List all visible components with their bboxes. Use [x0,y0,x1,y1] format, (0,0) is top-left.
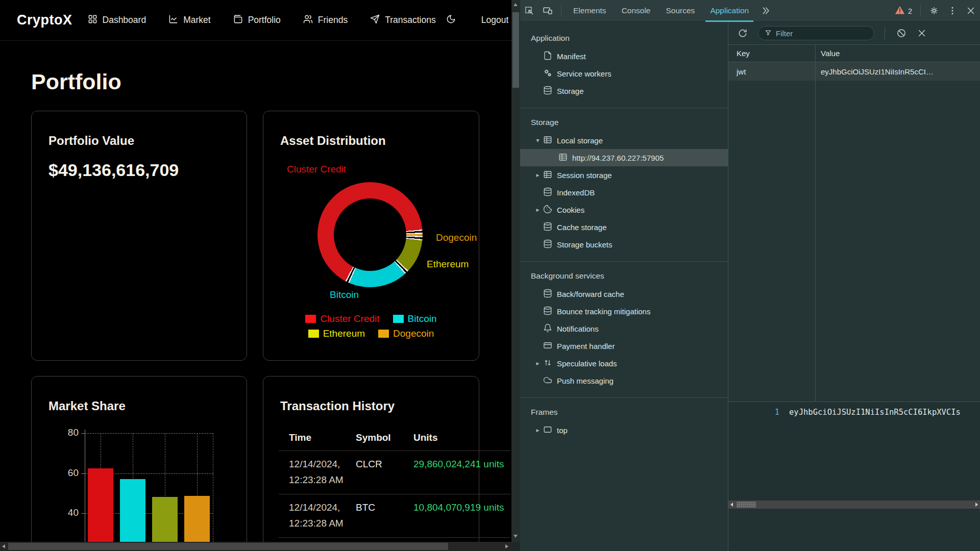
sidebar-item-push-messaging[interactable]: ▸Push messaging [520,372,728,389]
theme-toggle-button[interactable] [446,14,456,26]
sidebar-section-application: Application▸Manifest▸Service workers▸Sto… [520,22,728,108]
page-vertical-scrollbar[interactable] [511,0,520,542]
expander-closed-icon[interactable]: ▸ [534,206,542,213]
scroll-right-arrow-icon[interactable] [505,544,508,548]
sidebar-section-frames: Frames▸top [520,398,728,447]
sidebar-item-indexeddb[interactable]: ▸IndexedDB [520,184,728,201]
delete-selected-icon[interactable] [913,28,931,38]
donut-hole [334,198,406,271]
tx-symbol: CLCR [356,456,413,488]
scroll-left-arrow-icon[interactable] [730,503,733,507]
nav-item-market[interactable]: Market [168,14,210,27]
sidebar-item-payment-handler[interactable]: ▸Payment handler [520,337,728,355]
devtools-body: Application▸Manifest▸Service workers▸Sto… [520,22,980,551]
legend-item-dogecoin[interactable]: Dogecoin [378,328,434,339]
key-column-header[interactable]: Key [728,49,815,58]
expander-open-icon[interactable]: ▾ [534,137,542,144]
tx-time: 12/14/2024, 12:23:28 AM [279,456,356,488]
transaction-row: 12/14/2024, 12:23:28 AMCLCR29,860,024,24… [279,451,510,494]
nav-item-label: Dashboard [103,15,146,26]
transaction-row: 12/14/2024, 12:23:28 AMBTC10,804,070,919… [279,494,510,538]
sidebar-item-cache-storage[interactable]: ▸Cache storage [520,218,728,236]
nav-item-label: Friends [318,15,348,26]
tx-time: 12/14/2024, 12:23:28 AM [279,499,356,531]
sidebar-item-bounce-tracking-mitigations[interactable]: ▸Bounce tracking mitigations [520,303,728,320]
table-icon [542,135,557,146]
device-toolbar-icon[interactable] [538,6,557,16]
y-axis-line [85,430,85,551]
gridline-horizontal [85,433,213,434]
warning-badge[interactable]: 2 [891,5,916,17]
sidebar-item-http-94-237-60-227-57905[interactable]: ▸http://94.237.60.227:57905 [520,149,728,166]
inspect-element-icon[interactable] [520,6,538,16]
sidebar-item-label: Service workers [557,69,611,78]
storage-row-jwt[interactable]: jwteyJhbGciOiJSUzI1NiIsInR5cCI… [728,62,980,81]
panel-horizontal-scrollbar[interactable] [728,500,980,509]
bar-1[interactable] [120,479,145,551]
scroll-right-arrow-icon[interactable] [975,503,978,507]
nav-item-transactions[interactable]: Transactions [370,14,436,27]
sidebar-item-local-storage[interactable]: ▾Local storage [520,132,728,149]
filter-box [758,26,874,40]
column-header-units: Units [413,430,510,445]
panel-scrollbar-thumb[interactable] [737,502,756,508]
legend-item-bitcoin[interactable]: Bitcoin [393,313,437,324]
expander-closed-icon[interactable]: ▸ [534,360,542,367]
legend-row: Cluster CreditBitcoin [305,313,436,324]
sidebar-item-storage[interactable]: ▸Storage [520,82,728,99]
close-devtools-icon[interactable] [962,6,980,16]
asset-distribution-card: Asset Distribution Cluster CreditDogecoi… [263,111,479,361]
refresh-icon[interactable] [733,28,752,38]
nav-item-dashboard[interactable]: Dashboard [88,14,146,27]
legend-label: Bitcoin [408,313,437,324]
local-storage-panel: Key Value jwteyJhbGciOiJSUzI1NiIsInR5cCI… [728,22,980,551]
donut-legend: Cluster CreditBitcoinEthereumDogecoin [263,313,479,339]
logout-link[interactable]: Logout [481,15,509,26]
sidebar-item-service-workers[interactable]: ▸Service workers [520,65,728,82]
table-rows: jwteyJhbGciOiJSUzI1NiIsInR5cCI… [728,62,980,81]
devtools-panel: ElementsConsoleSourcesApplication 2 Appl… [520,0,980,551]
expander-closed-icon[interactable]: ▸ [534,171,542,179]
horizontal-scrollbar-thumb[interactable] [8,543,448,550]
sidebar-item-storage-buckets[interactable]: ▸Storage buckets [520,236,728,253]
table-header: Key Value [728,45,980,62]
settings-gear-icon[interactable] [925,6,943,16]
legend-item-cluster-credit[interactable]: Cluster Credit [305,313,379,324]
toolbar-divider [920,5,921,17]
sidebar-item-session-storage[interactable]: ▸Session storage [520,166,728,184]
clear-all-icon[interactable] [892,28,911,38]
toolbar-divider [885,27,885,39]
more-tabs-icon[interactable] [756,6,775,16]
legend-row: EthereumDogecoin [308,328,434,339]
tab-console[interactable]: Console [614,0,658,22]
sidebar-item-top[interactable]: ▸top [520,421,728,439]
sidebar-item-manifest[interactable]: ▸Manifest [520,47,728,65]
nav-item-friends[interactable]: Friends [303,14,348,27]
scroll-up-arrow-icon[interactable] [513,3,518,6]
bar-0[interactable] [88,468,113,551]
filter-input[interactable] [776,29,852,38]
tab-application[interactable]: Application [702,0,756,22]
sidebar-item-back-forward-cache[interactable]: ▸Back/forward cache [520,285,728,303]
tab-sources[interactable]: Sources [658,0,703,22]
legend-swatch [308,330,319,338]
value-column-header[interactable]: Value [815,49,979,58]
donut-label-bitcoin: Bitcoin [330,289,359,300]
devtools-tabbar: ElementsConsoleSourcesApplication 2 [520,0,980,22]
line-number: 1 [728,408,779,500]
sidebar-item-cookies[interactable]: ▸Cookies [520,201,728,218]
sidebar-item-notifications[interactable]: ▸Notifications [520,320,728,337]
kebab-menu-icon[interactable] [943,6,962,16]
scroll-down-arrow-icon[interactable] [513,535,518,538]
nav-item-portfolio[interactable]: Portfolio [233,14,281,27]
sidebar-item-speculative-loads[interactable]: ▸Speculative loads [520,355,728,372]
jwt-preview-text[interactable]: eyJhbGciOiJSUzI1NiIsInR5cCI6IkpXVCIs [789,408,961,500]
page-horizontal-scrollbar[interactable] [0,542,511,551]
vertical-scrollbar-thumb[interactable] [512,12,519,88]
sidebar-section-storage: Storage▾Local storage▸http://94.237.60.2… [520,108,728,262]
brand-logo[interactable]: CryptoX [17,12,72,28]
expander-closed-icon[interactable]: ▸ [534,427,542,434]
scroll-left-arrow-icon[interactable] [2,544,5,548]
legend-item-ethereum[interactable]: Ethereum [308,328,365,339]
tab-elements[interactable]: Elements [566,0,614,22]
